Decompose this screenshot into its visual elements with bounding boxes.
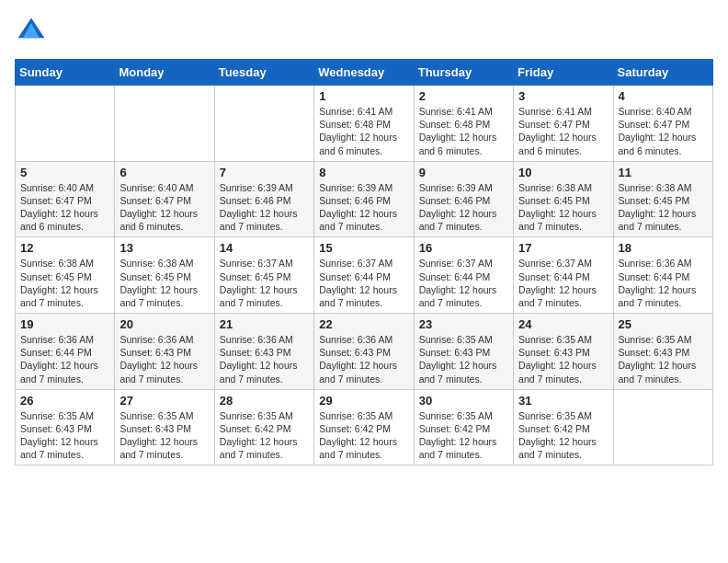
calendar-header-tuesday: Tuesday xyxy=(214,60,313,86)
calendar-cell: 6Sunrise: 6:40 AM Sunset: 6:47 PM Daylig… xyxy=(115,161,214,237)
day-info: Sunrise: 6:35 AM Sunset: 6:43 PM Dayligh… xyxy=(419,333,508,385)
calendar-week-row: 26Sunrise: 6:35 AM Sunset: 6:43 PM Dayli… xyxy=(16,389,713,465)
calendar-cell: 13Sunrise: 6:38 AM Sunset: 6:45 PM Dayli… xyxy=(115,237,214,314)
day-number: 17 xyxy=(518,241,608,255)
day-info: Sunrise: 6:40 AM Sunset: 6:47 PM Dayligh… xyxy=(20,181,109,234)
calendar-table: SundayMondayTuesdayWednesdayThursdayFrid… xyxy=(15,59,713,465)
day-number: 30 xyxy=(419,394,508,408)
calendar-cell: 5Sunrise: 6:40 AM Sunset: 6:47 PM Daylig… xyxy=(16,161,115,237)
day-info: Sunrise: 6:39 AM Sunset: 6:46 PM Dayligh… xyxy=(419,181,508,234)
day-number: 19 xyxy=(20,317,109,331)
day-info: Sunrise: 6:35 AM Sunset: 6:43 PM Dayligh… xyxy=(619,333,708,385)
day-number: 22 xyxy=(319,317,408,331)
calendar-cell: 3Sunrise: 6:41 AM Sunset: 6:47 PM Daylig… xyxy=(514,86,613,162)
day-number: 16 xyxy=(419,241,508,255)
calendar-cell: 7Sunrise: 6:39 AM Sunset: 6:46 PM Daylig… xyxy=(214,161,313,237)
day-number: 24 xyxy=(518,317,608,331)
day-info: Sunrise: 6:35 AM Sunset: 6:43 PM Dayligh… xyxy=(518,333,608,385)
day-number: 23 xyxy=(419,317,508,331)
calendar-cell: 26Sunrise: 6:35 AM Sunset: 6:43 PM Dayli… xyxy=(16,389,115,465)
day-number: 20 xyxy=(119,317,209,331)
day-info: Sunrise: 6:38 AM Sunset: 6:45 PM Dayligh… xyxy=(119,257,209,309)
day-info: Sunrise: 6:35 AM Sunset: 6:42 PM Dayligh… xyxy=(518,409,608,462)
calendar-header-thursday: Thursday xyxy=(414,60,513,86)
day-number: 18 xyxy=(619,241,708,255)
day-number: 12 xyxy=(20,241,109,255)
day-number: 6 xyxy=(119,166,209,179)
day-info: Sunrise: 6:39 AM Sunset: 6:46 PM Dayligh… xyxy=(319,181,408,234)
day-info: Sunrise: 6:36 AM Sunset: 6:44 PM Dayligh… xyxy=(20,333,109,385)
day-number: 21 xyxy=(220,317,309,331)
day-number: 15 xyxy=(319,241,408,255)
day-info: Sunrise: 6:36 AM Sunset: 6:44 PM Dayligh… xyxy=(619,257,708,309)
calendar-cell: 9Sunrise: 6:39 AM Sunset: 6:46 PM Daylig… xyxy=(414,161,513,237)
calendar-cell: 20Sunrise: 6:36 AM Sunset: 6:43 PM Dayli… xyxy=(115,314,214,390)
day-number: 13 xyxy=(119,241,209,255)
calendar-cell: 2Sunrise: 6:41 AM Sunset: 6:48 PM Daylig… xyxy=(414,86,513,162)
day-number: 4 xyxy=(619,89,708,103)
day-number: 3 xyxy=(518,89,608,103)
day-number: 26 xyxy=(20,394,109,408)
day-number: 10 xyxy=(518,166,608,179)
day-number: 8 xyxy=(319,166,408,179)
day-info: Sunrise: 6:41 AM Sunset: 6:47 PM Dayligh… xyxy=(518,105,608,157)
day-info: Sunrise: 6:38 AM Sunset: 6:45 PM Dayligh… xyxy=(518,181,608,234)
day-number: 2 xyxy=(419,89,508,103)
day-number: 9 xyxy=(419,166,508,179)
calendar-cell: 24Sunrise: 6:35 AM Sunset: 6:43 PM Dayli… xyxy=(514,314,613,390)
calendar-cell: 11Sunrise: 6:38 AM Sunset: 6:45 PM Dayli… xyxy=(613,161,712,237)
page-header xyxy=(15,15,713,48)
calendar-header-monday: Monday xyxy=(115,60,214,86)
calendar-cell: 8Sunrise: 6:39 AM Sunset: 6:46 PM Daylig… xyxy=(314,161,414,237)
day-info: Sunrise: 6:40 AM Sunset: 6:47 PM Dayligh… xyxy=(619,105,708,157)
logo xyxy=(15,15,53,48)
day-info: Sunrise: 6:41 AM Sunset: 6:48 PM Dayligh… xyxy=(419,105,508,157)
calendar-cell xyxy=(613,389,712,465)
day-number: 5 xyxy=(20,166,109,179)
day-info: Sunrise: 6:36 AM Sunset: 6:43 PM Dayligh… xyxy=(319,333,408,385)
day-info: Sunrise: 6:35 AM Sunset: 6:42 PM Dayligh… xyxy=(319,409,408,462)
calendar-cell: 29Sunrise: 6:35 AM Sunset: 6:42 PM Dayli… xyxy=(314,389,414,465)
calendar-cell: 4Sunrise: 6:40 AM Sunset: 6:47 PM Daylig… xyxy=(613,86,712,162)
calendar-cell: 16Sunrise: 6:37 AM Sunset: 6:44 PM Dayli… xyxy=(414,237,513,314)
calendar-cell: 25Sunrise: 6:35 AM Sunset: 6:43 PM Dayli… xyxy=(613,314,712,390)
calendar-cell: 22Sunrise: 6:36 AM Sunset: 6:43 PM Dayli… xyxy=(314,314,414,390)
calendar-cell: 14Sunrise: 6:37 AM Sunset: 6:45 PM Dayli… xyxy=(214,237,313,314)
calendar-cell: 19Sunrise: 6:36 AM Sunset: 6:44 PM Dayli… xyxy=(16,314,115,390)
day-info: Sunrise: 6:37 AM Sunset: 6:44 PM Dayligh… xyxy=(419,257,508,309)
day-info: Sunrise: 6:38 AM Sunset: 6:45 PM Dayligh… xyxy=(20,257,109,309)
day-number: 11 xyxy=(619,166,708,179)
calendar-cell xyxy=(16,86,115,162)
calendar-header-wednesday: Wednesday xyxy=(314,60,414,86)
calendar-header-sunday: Sunday xyxy=(16,60,115,86)
calendar-cell: 21Sunrise: 6:36 AM Sunset: 6:43 PM Dayli… xyxy=(214,314,313,390)
calendar-cell: 27Sunrise: 6:35 AM Sunset: 6:43 PM Dayli… xyxy=(115,389,214,465)
day-info: Sunrise: 6:37 AM Sunset: 6:44 PM Dayligh… xyxy=(319,257,408,309)
day-number: 27 xyxy=(119,394,209,408)
day-number: 29 xyxy=(319,394,408,408)
day-number: 25 xyxy=(619,317,708,331)
calendar-header-row: SundayMondayTuesdayWednesdayThursdayFrid… xyxy=(16,60,713,86)
calendar-cell: 30Sunrise: 6:35 AM Sunset: 6:42 PM Dayli… xyxy=(414,389,513,465)
day-number: 28 xyxy=(220,394,309,408)
calendar-week-row: 12Sunrise: 6:38 AM Sunset: 6:45 PM Dayli… xyxy=(16,237,713,314)
day-info: Sunrise: 6:35 AM Sunset: 6:43 PM Dayligh… xyxy=(119,409,209,462)
calendar-week-row: 5Sunrise: 6:40 AM Sunset: 6:47 PM Daylig… xyxy=(16,161,713,237)
day-info: Sunrise: 6:39 AM Sunset: 6:46 PM Dayligh… xyxy=(220,181,309,234)
calendar-cell: 23Sunrise: 6:35 AM Sunset: 6:43 PM Dayli… xyxy=(414,314,513,390)
calendar-week-row: 19Sunrise: 6:36 AM Sunset: 6:44 PM Dayli… xyxy=(16,314,713,390)
day-info: Sunrise: 6:37 AM Sunset: 6:44 PM Dayligh… xyxy=(518,257,608,309)
day-info: Sunrise: 6:36 AM Sunset: 6:43 PM Dayligh… xyxy=(220,333,309,385)
calendar-header-saturday: Saturday xyxy=(613,60,712,86)
calendar-cell: 17Sunrise: 6:37 AM Sunset: 6:44 PM Dayli… xyxy=(514,237,613,314)
day-info: Sunrise: 6:35 AM Sunset: 6:42 PM Dayligh… xyxy=(220,409,309,462)
day-info: Sunrise: 6:35 AM Sunset: 6:42 PM Dayligh… xyxy=(419,409,508,462)
calendar-cell: 15Sunrise: 6:37 AM Sunset: 6:44 PM Dayli… xyxy=(314,237,414,314)
calendar-cell xyxy=(214,86,313,162)
calendar-week-row: 1Sunrise: 6:41 AM Sunset: 6:48 PM Daylig… xyxy=(16,86,713,162)
calendar-cell: 10Sunrise: 6:38 AM Sunset: 6:45 PM Dayli… xyxy=(514,161,613,237)
calendar-cell: 28Sunrise: 6:35 AM Sunset: 6:42 PM Dayli… xyxy=(214,389,313,465)
calendar-cell xyxy=(115,86,214,162)
calendar-cell: 1Sunrise: 6:41 AM Sunset: 6:48 PM Daylig… xyxy=(314,86,414,162)
day-number: 14 xyxy=(220,241,309,255)
